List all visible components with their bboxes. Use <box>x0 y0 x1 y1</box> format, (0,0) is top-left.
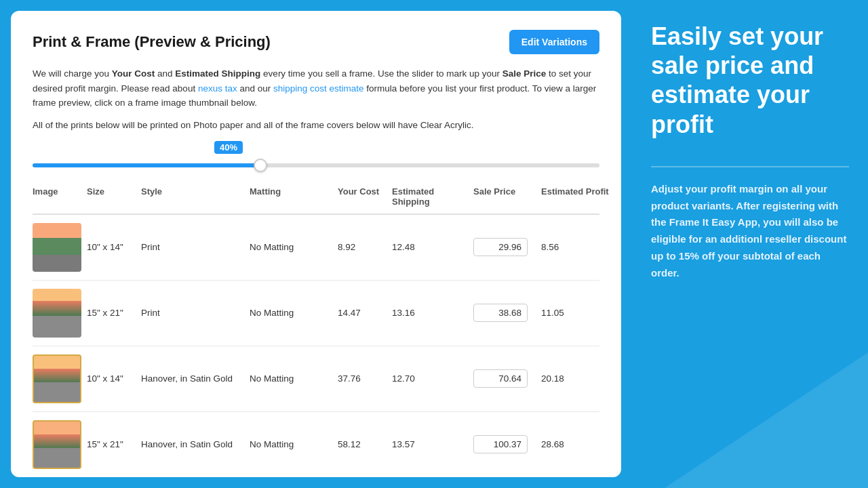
product-thumbnail-2[interactable] <box>33 354 81 403</box>
cell-image-3[interactable] <box>33 420 87 469</box>
right-divider <box>651 166 849 167</box>
header-row: Print & Frame (Preview & Pricing) Edit V… <box>33 30 599 54</box>
cell-style-0: Print <box>141 242 250 252</box>
cell-your-cost-2: 37.76 <box>338 373 392 384</box>
col-estimated-profit: Estimated Profit <box>541 186 616 207</box>
col-image: Image <box>33 186 87 207</box>
cell-your-cost-3: 58.12 <box>338 439 392 449</box>
print-note: All of the prints below will be printed … <box>33 120 599 130</box>
cell-est-shipping-2: 12.70 <box>392 373 473 384</box>
cell-style-1: Print <box>141 308 250 318</box>
cell-size-3: 15" x 21" <box>87 439 141 449</box>
slider-value-label: 40% <box>214 141 243 154</box>
cell-sale-price-2[interactable] <box>473 369 541 388</box>
product-thumbnail-0[interactable] <box>33 223 81 272</box>
cell-sale-price-0[interactable] <box>473 238 541 256</box>
table-header: Image Size Style Matting Your Cost Estim… <box>33 186 599 215</box>
your-cost-label: Your Cost <box>112 68 155 79</box>
edit-variations-button[interactable]: Edit Variations <box>509 30 599 54</box>
nexus-tax-link[interactable]: nexus tax <box>198 83 237 94</box>
page-title: Print & Frame (Preview & Pricing) <box>33 33 271 51</box>
sale-price-input-3[interactable] <box>473 435 528 453</box>
pricing-table: Image Size Style Matting Your Cost Estim… <box>33 186 599 477</box>
diagonal-accent <box>665 352 868 488</box>
cell-est-profit-0: 8.56 <box>541 242 616 252</box>
sale-price-input-2[interactable] <box>473 369 528 388</box>
cell-size-1: 15" x 21" <box>87 308 141 318</box>
right-panel: Easily set your sale price and estimate … <box>632 0 868 488</box>
right-headline: Easily set your sale price and estimate … <box>651 22 849 139</box>
markup-slider[interactable] <box>33 163 599 167</box>
cell-size-2: 10" x 14" <box>87 373 141 384</box>
table-row: 15" x 21" Print No Matting 14.47 13.16 1… <box>33 281 599 346</box>
main-panel: Print & Frame (Preview & Pricing) Edit V… <box>11 11 621 477</box>
cell-your-cost-0: 8.92 <box>338 242 392 252</box>
col-size: Size <box>87 186 141 207</box>
table-body: 10" x 14" Print No Matting 8.92 12.48 8.… <box>33 215 599 477</box>
sale-price-input-0[interactable] <box>473 238 528 256</box>
cell-est-shipping-3: 13.57 <box>392 439 473 449</box>
slider-wrapper <box>33 158 599 170</box>
cell-size-0: 10" x 14" <box>87 242 141 252</box>
col-sale-price: Sale Price <box>473 186 541 207</box>
description-text: We will charge you Your Cost and Estimat… <box>33 66 599 110</box>
cell-your-cost-1: 14.47 <box>338 308 392 318</box>
markup-slider-container: 40% <box>33 141 599 170</box>
col-style: Style <box>141 186 250 207</box>
cell-est-profit-1: 11.05 <box>541 308 616 318</box>
cell-sale-price-1[interactable] <box>473 304 541 322</box>
table-row: 10" x 14" Hanover, in Satin Gold No Matt… <box>33 346 599 412</box>
cell-matting-2: No Matting <box>250 373 338 384</box>
table-row: 15" x 21" Hanover, in Satin Gold No Matt… <box>33 412 599 477</box>
cell-style-2: Hanover, in Satin Gold <box>141 373 250 384</box>
cell-image-1[interactable] <box>33 289 87 338</box>
cell-est-profit-3: 28.68 <box>541 439 616 449</box>
cell-matting-1: No Matting <box>250 308 338 318</box>
cell-matting-0: No Matting <box>250 242 338 252</box>
cell-matting-3: No Matting <box>250 439 338 449</box>
col-your-cost: Your Cost <box>338 186 392 207</box>
product-thumbnail-3[interactable] <box>33 420 81 469</box>
estimated-shipping-label: Estimated Shipping <box>175 68 260 79</box>
sale-price-label: Sale Price <box>502 68 547 79</box>
cell-est-shipping-0: 12.48 <box>392 242 473 252</box>
cell-image-0[interactable] <box>33 223 87 272</box>
shipping-cost-link[interactable]: shipping cost estimate <box>273 83 364 94</box>
cell-sale-price-3[interactable] <box>473 435 541 453</box>
cell-style-3: Hanover, in Satin Gold <box>141 439 250 449</box>
right-body: Adjust your profit margin on all your pr… <box>651 181 849 282</box>
col-matting: Matting <box>250 186 338 207</box>
cell-est-profit-2: 20.18 <box>541 373 616 384</box>
col-estimated-shipping: Estimated Shipping <box>392 186 473 207</box>
sale-price-input-1[interactable] <box>473 304 528 322</box>
product-thumbnail-1[interactable] <box>33 289 81 338</box>
table-row: 10" x 14" Print No Matting 8.92 12.48 8.… <box>33 215 599 281</box>
cell-image-2[interactable] <box>33 354 87 403</box>
cell-est-shipping-1: 13.16 <box>392 308 473 318</box>
